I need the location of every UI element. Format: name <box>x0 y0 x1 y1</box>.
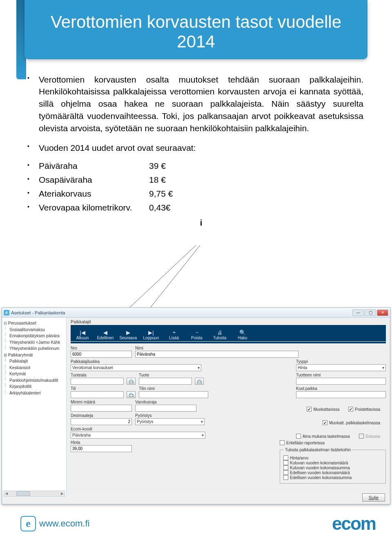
pyor-label: Pyöristys <box>135 413 205 418</box>
ecom-badge-icon: e <box>20 516 36 531</box>
minus-icon: － <box>185 329 208 336</box>
toolbar-last-button[interactable]: ▶|Loppuun <box>140 329 163 340</box>
print-opt-checkbox[interactable]: Edellisen vuoden kokonaismäärä <box>283 470 376 475</box>
value-amount: 9,75 € <box>149 189 186 199</box>
close-button[interactable]: Sulje <box>362 493 385 502</box>
toolbar-delete-button[interactable]: －Poista <box>185 329 208 340</box>
tree-item[interactable]: Arkipyhäkalenteri <box>4 390 65 397</box>
ecom-select[interactable]: Päiväraha <box>71 432 205 439</box>
first-icon: |◀ <box>71 329 94 336</box>
app-window: e Asetukset - Palkanlaskenta — ▢ ✕ Perus… <box>2 307 390 504</box>
tree-child[interactable]: Sosiaaliturvamaksu <box>4 327 65 333</box>
print-group-legend: Tulosta palkkalaskelman lisätietoihin <box>283 448 352 452</box>
tuotenimi-label: Tuotteen nimi <box>296 373 386 377</box>
tree-child[interactable]: Yhteyshenkilö <Jarmo Kähk <box>4 339 65 346</box>
toolbar-first-button[interactable]: |◀Alkuun <box>71 329 94 340</box>
tree-item[interactable]: Palkkalajit <box>4 358 65 365</box>
muokatt-lask-checkbox[interactable]: ✔Muokatt. palkkalaskelmassa <box>323 420 380 425</box>
tree-group[interactable]: Palkkaryhmät <box>4 352 65 359</box>
kust-input[interactable] <box>296 391 386 398</box>
tree-child[interactable]: Ennakonpidätyksen päivära <box>4 333 65 339</box>
settings-tree[interactable]: Perusasetukset Sosiaaliturvamaksu Ennako… <box>2 318 67 493</box>
tree-item[interactable]: Kertymät <box>4 371 65 377</box>
print-opt-checkbox[interactable]: Kuluvan vuoden kokonaissumma <box>283 465 376 470</box>
bullet-paragraph-2: Vuoden 2014 uudet arvot ovat seuraavat: <box>39 142 363 154</box>
bullet-paragraph-1: Verottomien korvausten osalta muutokset … <box>39 74 363 134</box>
window-titlebar: e Asetukset - Palkanlaskenta — ▢ ✕ <box>2 308 390 318</box>
toolbar-print-button[interactable]: 🖨Tulosta <box>208 329 231 340</box>
window-title: Asetukset - Palkanlaskenta <box>11 310 352 315</box>
muokattavissa-checkbox[interactable]: ✔Muokattavissa <box>307 407 339 412</box>
tili-input[interactable] <box>71 391 124 398</box>
tili-label: Tili <box>71 386 124 391</box>
tilinimi-input[interactable] <box>139 391 208 398</box>
desim-input[interactable] <box>71 418 132 425</box>
toolbar-prev-button[interactable]: ◀Edellinen <box>94 329 117 340</box>
panel-title: Palkkalajit <box>71 319 386 324</box>
tree-item[interactable]: Pankkiohjelmisto/maksutilit <box>4 377 65 384</box>
window-minimize-button[interactable]: — <box>352 309 364 316</box>
picker-icon[interactable]: 📇 <box>195 378 204 385</box>
print-opt-checkbox[interactable]: Hinta/arvo <box>283 455 376 460</box>
picker-icon[interactable]: 📇 <box>127 378 136 385</box>
value-label: Ateriakorvaus <box>39 189 149 199</box>
toolbar-search-button[interactable]: 🔍Haku <box>231 329 254 340</box>
toolbar-next-button[interactable]: ▶Seuraava <box>117 329 140 340</box>
desim-label: Desimaaleja <box>71 413 132 418</box>
footer: e www.ecom.fi ecom <box>0 511 392 536</box>
tuoteala-label: Tuoteala <box>71 373 124 377</box>
window-close-button[interactable]: ✕ <box>377 309 388 316</box>
nimi-label: Nimi <box>135 346 298 350</box>
sotussa-checkbox: Sotussa <box>359 434 380 439</box>
value-label: Osapäiväraha <box>39 175 149 185</box>
tilinimi-label: Tilin nimi <box>139 386 208 391</box>
value-amount: 18 € <box>149 175 186 185</box>
tree-scrollbar[interactable] <box>4 491 65 497</box>
tuote-label: Tuote <box>139 373 192 377</box>
print-group: Tulosta palkkalaskelman lisätietoihin Hi… <box>280 448 386 484</box>
toolbar-add-button[interactable]: ＋Lisää <box>163 329 185 340</box>
plus-icon: ＋ <box>163 329 185 336</box>
nimi-input[interactable] <box>135 351 298 358</box>
value-label: Päiväraha <box>39 161 149 171</box>
tyyppi-select[interactable]: Hinta <box>296 364 386 371</box>
tree-root[interactable]: Perusasetukset <box>4 320 65 327</box>
value-amount: 39 € <box>149 161 186 171</box>
search-icon: 🔍 <box>231 329 254 336</box>
print-icon: 🖨 <box>208 329 231 336</box>
tuote-input[interactable] <box>139 378 192 385</box>
main-panel: Palkkalajit |◀Alkuun ◀Edellinen ▶Seuraav… <box>67 318 390 493</box>
varo-input[interactable] <box>135 405 196 412</box>
tuotenimi-input[interactable] <box>296 378 386 385</box>
nro-label: Nro <box>71 346 132 350</box>
poistettavissa-checkbox[interactable]: ✔Poistettavissa <box>348 407 380 412</box>
tree-item[interactable]: Kirjanpitotilit <box>4 383 65 390</box>
hinta-label: Hinta <box>71 440 132 445</box>
tuoteala-input[interactable] <box>71 378 124 385</box>
luokka-select[interactable]: Verottomat korvaukset <box>71 364 201 371</box>
nro-input[interactable] <box>71 351 132 358</box>
aina-mukana-checkbox[interactable]: Aina mukana laskelmassa <box>296 434 350 439</box>
luokka-label: Palkkalajiluokka <box>71 359 201 364</box>
value-amount: 0,43€ <box>149 203 186 213</box>
brand-logo: ecom <box>332 513 376 534</box>
varo-label: Varoitusraja <box>135 400 196 404</box>
print-opt-checkbox[interactable]: Edellisen vuoden kokonaissumma <box>283 475 376 480</box>
picker-icon[interactable]: 📇 <box>127 391 136 398</box>
window-maximize-button[interactable]: ▢ <box>365 309 376 316</box>
values-table: Päiväraha39 € Osapäiväraha18 € Ateriakor… <box>39 161 363 213</box>
min-label: Minimi määrä <box>71 400 132 404</box>
ecom-label: Ecom-koodi <box>71 427 205 431</box>
next-icon: ▶ <box>117 329 140 336</box>
min-input[interactable] <box>71 405 132 412</box>
print-opt-checkbox[interactable]: Kuluvan vuoden kokonaismäärä <box>283 460 376 465</box>
pyor-select[interactable]: Pyöristys <box>135 418 205 425</box>
hinta-input[interactable] <box>71 445 132 452</box>
eritellaan-checkbox[interactable]: Eritellään raporteissa <box>280 440 380 445</box>
info-callout: i <box>194 217 209 230</box>
tyyppi-label: Tyyppi <box>296 359 386 364</box>
tree-item[interactable]: Keskiansiot <box>4 365 65 371</box>
tree-child[interactable]: Yhteyshenkilön puhelinnum <box>4 345 65 352</box>
content-area: Verottomien korvausten osalta muutokset … <box>0 59 392 238</box>
scrollbar-thumb[interactable] <box>16 491 30 496</box>
